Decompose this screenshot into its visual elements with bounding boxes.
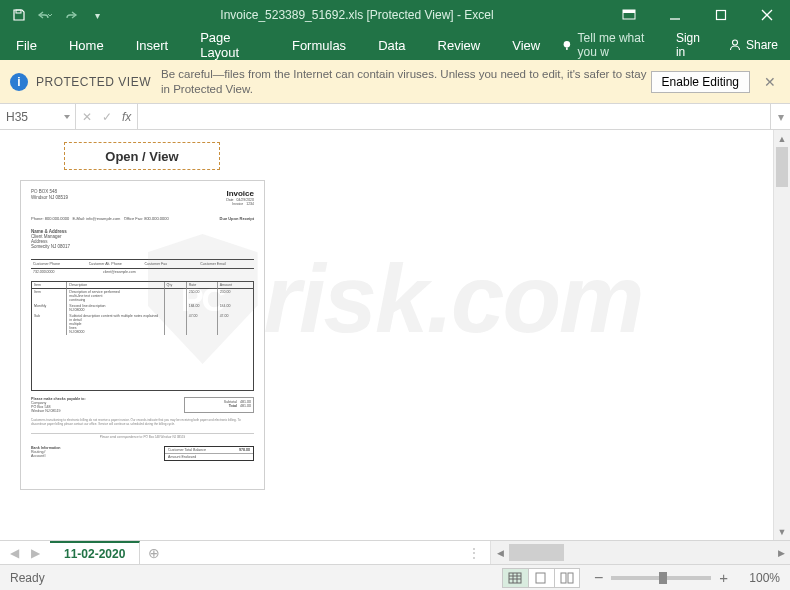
share-label: Share [746, 38, 778, 52]
zoom-in-button[interactable]: + [719, 569, 728, 586]
tell-me-search[interactable]: Tell me what you w [556, 30, 666, 60]
undo-dropdown-icon[interactable] [34, 4, 56, 26]
add-sheet-button[interactable]: ⊕ [140, 541, 168, 564]
vertical-scrollbar[interactable]: ▲ ▼ [773, 130, 790, 540]
svg-rect-17 [568, 573, 573, 583]
person-icon [728, 38, 742, 52]
tab-insert[interactable]: Insert [120, 30, 185, 60]
tell-me-label: Tell me what you w [578, 31, 660, 59]
spreadsheet-area[interactable]: Open / View PO BOX 548 Windsor NJ 08519 … [0, 130, 790, 540]
scrollbar-thumb[interactable] [776, 147, 788, 187]
enable-editing-button[interactable]: Enable Editing [651, 71, 750, 93]
status-bar: Ready − + 100% [0, 564, 790, 590]
tab-formulas[interactable]: Formulas [276, 30, 362, 60]
ribbon-tabs: File Home Insert Page Layout Formulas Da… [0, 30, 790, 60]
scroll-right-icon[interactable]: ▶ [772, 548, 790, 558]
embedded-invoice-image: PO BOX 548 Windsor NJ 08519 Invoice Date… [20, 180, 265, 490]
cancel-formula-icon[interactable]: ✕ [82, 110, 92, 124]
sign-in-link[interactable]: Sign in [666, 30, 716, 60]
protected-view-close-icon[interactable]: ✕ [760, 74, 780, 90]
sheet-nav-next-icon[interactable]: ▶ [31, 546, 40, 560]
svg-rect-4 [717, 11, 726, 20]
protected-view-title: PROTECTED VIEW [36, 75, 151, 89]
invoice-heading: Invoice [226, 189, 254, 198]
enter-formula-icon[interactable]: ✓ [102, 110, 112, 124]
tab-data[interactable]: Data [362, 30, 421, 60]
scroll-up-icon[interactable]: ▲ [774, 130, 790, 147]
protected-view-bar: i PROTECTED VIEW Be careful—files from t… [0, 60, 790, 104]
hscrollbar-thumb[interactable] [509, 544, 564, 561]
formula-input[interactable] [138, 104, 770, 129]
svg-rect-2 [623, 10, 635, 13]
expand-formula-bar-icon[interactable]: ▾ [770, 104, 790, 129]
tab-split-handle[interactable]: ⋮ [460, 541, 490, 564]
zoom-controls: − + 100% [594, 569, 780, 587]
close-button[interactable] [744, 0, 790, 30]
svg-point-7 [564, 41, 571, 48]
svg-rect-15 [536, 573, 545, 583]
formula-bar: H35 ✕ ✓ fx ▾ [0, 104, 790, 130]
name-box[interactable]: H35 [0, 104, 76, 129]
share-button[interactable]: Share [716, 30, 790, 60]
save-icon[interactable] [8, 4, 30, 26]
scroll-left-icon[interactable]: ◀ [491, 548, 509, 558]
tab-review[interactable]: Review [422, 30, 497, 60]
zoom-out-button[interactable]: − [594, 569, 603, 587]
title-bar: ▾ Invoice_523389_51692.xls [Protected Vi… [0, 0, 790, 30]
invoice-name-address-label: Name & Address [31, 229, 67, 234]
invoice-company-line2: Windsor NJ 08519 [31, 195, 68, 201]
invoice-please-pay: Please make checks payable to: [31, 397, 86, 401]
quick-access-customize-icon[interactable]: ▾ [86, 4, 108, 26]
invoice-due-label: Due Upon Receipt [220, 216, 254, 221]
svg-point-9 [732, 40, 737, 45]
normal-view-button[interactable] [502, 568, 528, 588]
sheet-tabs-bar: ◀ ▶ 11-02-2020 ⊕ ⋮ ◀ ▶ [0, 540, 790, 564]
ribbon-display-options-icon[interactable] [606, 0, 652, 30]
horizontal-scrollbar[interactable]: ◀ ▶ [490, 541, 790, 564]
svg-rect-8 [566, 47, 568, 49]
page-break-view-button[interactable] [554, 568, 580, 588]
tab-view[interactable]: View [496, 30, 556, 60]
shield-info-icon: i [10, 73, 28, 91]
tab-file[interactable]: File [0, 30, 53, 60]
protected-view-message: Be careful—files from the Internet can c… [161, 67, 651, 97]
fx-icon[interactable]: fx [122, 110, 131, 124]
status-text: Ready [10, 571, 45, 585]
svg-rect-16 [561, 573, 566, 583]
maximize-button[interactable] [698, 0, 744, 30]
view-buttons [502, 568, 580, 588]
sheet-nav-prev-icon[interactable]: ◀ [10, 546, 19, 560]
svg-rect-0 [16, 10, 21, 13]
window-title: Invoice_523389_51692.xls [Protected View… [108, 8, 606, 22]
minimize-button[interactable] [652, 0, 698, 30]
scroll-down-icon[interactable]: ▼ [774, 523, 790, 540]
tab-page-layout[interactable]: Page Layout [184, 30, 276, 60]
redo-icon[interactable] [60, 4, 82, 26]
tab-home[interactable]: Home [53, 30, 120, 60]
svg-rect-10 [509, 573, 521, 583]
window-controls [606, 0, 790, 30]
page-layout-view-button[interactable] [528, 568, 554, 588]
open-view-button[interactable]: Open / View [64, 142, 220, 170]
formula-tools: ✕ ✓ fx [76, 104, 138, 129]
zoom-percentage[interactable]: 100% [736, 571, 780, 585]
zoom-slider[interactable] [611, 576, 711, 580]
sheet-tab-active[interactable]: 11-02-2020 [50, 541, 140, 564]
quick-access-toolbar: ▾ [0, 4, 108, 26]
